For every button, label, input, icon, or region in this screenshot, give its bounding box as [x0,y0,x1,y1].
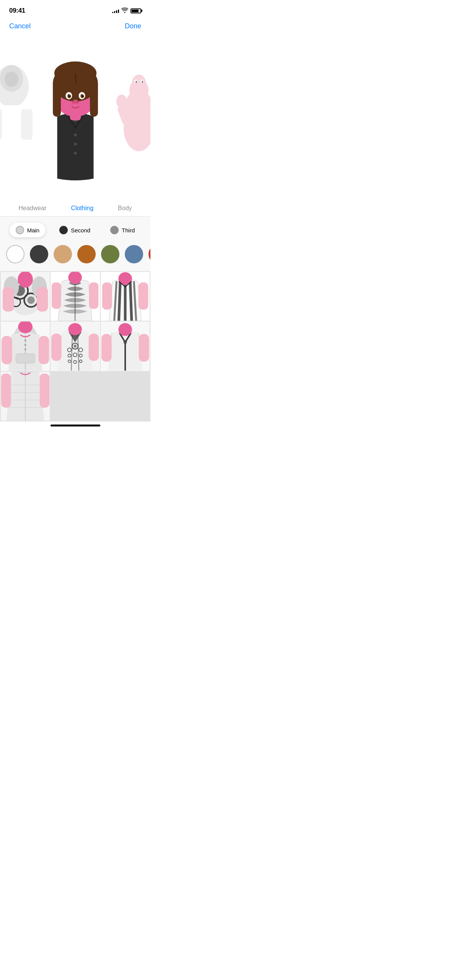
svg-rect-63 [89,283,99,309]
svg-rect-66 [102,283,112,310]
done-button[interactable]: Done [125,22,141,30]
svg-point-14 [135,81,137,83]
color-type-main[interactable]: Main [10,223,46,237]
svg-rect-18 [93,122,113,166]
svg-point-38 [82,95,83,96]
tab-body[interactable]: Body [106,202,144,216]
svg-rect-90 [51,334,62,361]
svg-point-11 [116,95,127,108]
svg-point-42 [70,103,71,105]
svg-point-99 [118,323,132,336]
svg-point-47 [78,103,79,103]
svg-rect-77 [39,336,49,364]
svg-point-40 [72,101,75,104]
clothing-item-5[interactable] [51,322,100,371]
clothing-grid [0,271,150,421]
svg-point-44 [77,105,78,106]
clothing-item-3[interactable] [101,272,150,321]
clothing-item-7[interactable] [1,372,50,421]
avatar-side-right [116,67,150,174]
svg-point-20 [74,142,77,145]
tab-clothing[interactable]: Clothing [59,202,106,216]
avatar-main [33,44,117,189]
second-label: Second [71,227,90,234]
signal-icon [112,8,119,13]
svg-point-53 [27,296,35,304]
avatar-side-left [0,56,34,170]
svg-rect-91 [89,334,99,361]
svg-point-73 [24,349,26,351]
clothing-item-1[interactable] [1,272,50,321]
svg-point-19 [74,134,77,137]
svg-point-46 [71,103,72,103]
svg-point-43 [72,105,73,106]
status-icons [112,8,141,14]
svg-rect-97 [101,334,112,362]
status-time: 09:41 [9,7,25,15]
color-selector-section: Main Second Third [0,217,150,271]
status-bar: 09:41 [0,0,150,19]
svg-rect-67 [138,283,148,310]
svg-rect-5 [21,109,33,140]
svg-rect-58 [37,287,48,311]
svg-rect-29 [57,78,93,89]
svg-point-45 [80,103,81,105]
svg-point-71 [24,340,26,341]
swatch-brown[interactable] [77,245,96,263]
svg-rect-98 [139,334,149,362]
svg-rect-4 [0,109,2,140]
swatch-tan[interactable] [54,245,72,263]
svg-point-9 [132,75,146,90]
swatch-blue-gray[interactable] [125,245,143,263]
third-color-dot [110,226,119,234]
clothing-item-6[interactable] [101,322,150,371]
avatar-preview [0,36,150,197]
battery-icon [131,8,141,13]
nav-bar: Cancel Done [0,19,150,36]
svg-rect-106 [1,374,11,408]
second-color-dot [59,226,68,234]
swatch-red[interactable] [148,245,150,263]
svg-point-96 [123,341,127,345]
clothing-item-2[interactable] [51,272,100,321]
svg-point-2 [5,72,18,87]
svg-point-15 [142,81,143,83]
main-label: Main [27,227,40,234]
svg-rect-62 [52,283,61,309]
tab-headwear[interactable]: Headwear [6,202,59,216]
svg-point-92 [69,323,82,335]
svg-rect-76 [2,336,12,364]
color-type-third[interactable]: Third [104,223,141,237]
third-label: Third [122,227,135,234]
svg-point-41 [75,101,78,104]
svg-rect-17 [37,122,57,166]
svg-point-59 [18,272,33,287]
svg-rect-75 [16,354,34,363]
svg-point-21 [74,152,77,155]
home-bar [51,425,100,426]
svg-rect-57 [3,287,14,311]
cancel-button[interactable]: Cancel [9,22,31,30]
svg-point-72 [24,344,26,346]
svg-point-37 [69,95,70,96]
svg-point-81 [74,345,77,348]
swatch-white[interactable] [6,245,24,263]
category-tabs: Headwear Clothing Body [0,197,150,217]
clothing-item-4[interactable] [1,322,50,371]
svg-rect-107 [40,374,50,408]
swatch-olive[interactable] [101,245,119,263]
color-type-row: Main Second Third [0,223,150,242]
main-color-dot [16,226,24,234]
home-indicator [0,421,150,428]
swatch-dark-gray[interactable] [30,245,48,263]
wifi-icon [121,8,128,14]
color-swatches-row [0,242,150,268]
color-type-second[interactable]: Second [53,223,96,237]
